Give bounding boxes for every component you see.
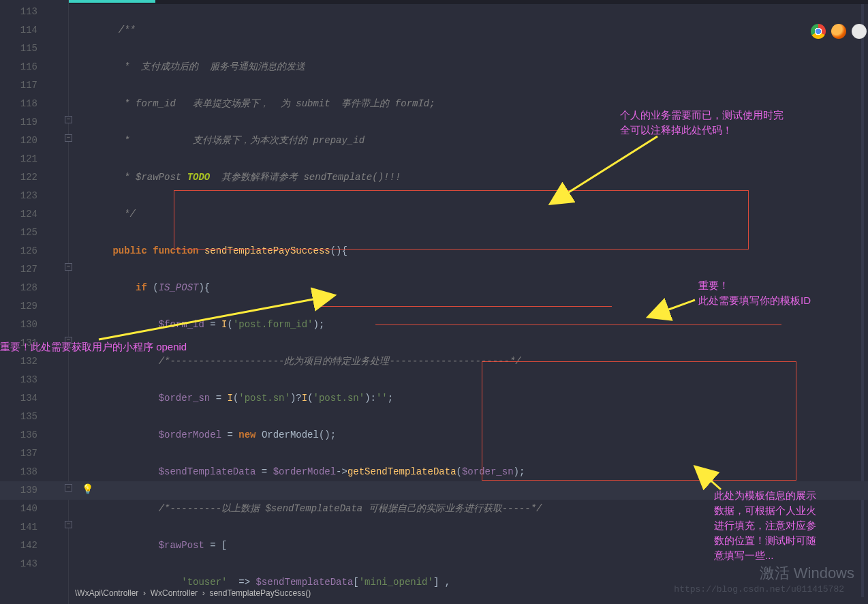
code-editor[interactable]: 113 114 115 116 117 118 119 120 121 122 … [0,0,868,604]
code-line[interactable]: /*---------以上数据 $sendTemplateData 可根据自己的… [78,500,571,518]
svg-line-1 [665,300,695,311]
line-number: 142 [0,537,37,555]
fold-marker[interactable]: − [65,521,72,528]
fold-column: − − − − − − [65,0,73,604]
code-line[interactable]: $orderModel = new OrderModel(); [78,426,571,444]
code-line[interactable]: * $rawPost TODO 其参数解释请参考 sendTemplate()!… [78,168,571,187]
scrollbar[interactable] [861,4,864,597]
annotation-underline [375,324,781,325]
line-number: 113 [0,3,37,21]
line-number: 116 [0,58,37,76]
code-line[interactable]: * 支付场景下，为本次支付的 prepay_id [78,132,571,150]
line-number: 131 [0,334,37,352]
fold-marker[interactable]: − [65,134,72,142]
annotation-text: 重要！此处需要填写你的模板ID [698,278,811,308]
annotation-text: 个人的业务需要而已，测试使用时完全可以注释掉此处代码！ [620,108,784,138]
line-number: 121 [0,150,37,168]
line-number: 115 [0,40,37,58]
code-line[interactable]: /*--------------------此为项目的特定业务处理-------… [78,352,571,371]
line-number: 129 [0,297,37,316]
code-line[interactable]: /** [78,21,571,40]
line-number: 143 [0,555,37,573]
breadcrumb-item[interactable]: sendTemplatePaySuccess() [209,588,311,598]
fold-marker[interactable]: − [65,263,72,271]
code-line[interactable]: $rawPost = [ [78,537,571,555]
code-line[interactable]: if (IS_POST){ [78,279,571,297]
line-number: 132 [0,352,37,371]
line-number: 120 [0,132,37,150]
breadcrumb-item[interactable]: WxController [151,588,198,598]
breadcrumb[interactable]: \WxApi\Controller › WxController › sendT… [75,584,311,603]
line-number: 128 [0,279,37,297]
annotation-underline [319,306,612,307]
breadcrumb-item[interactable]: \WxApi\Controller [75,588,138,598]
code-content[interactable]: /** * 支付成功后的 服务号通知消息的发送 * form_id 表单提交场景… [78,3,571,604]
line-number: 137 [0,444,37,463]
line-number: 125 [0,224,37,242]
line-number: 140 [0,500,37,518]
line-number: 136 [0,426,37,444]
line-number: 139 [0,481,37,500]
line-number: 138 [0,463,37,481]
line-number: 114 [0,21,37,40]
fold-marker[interactable]: − [65,116,72,123]
code-line[interactable]: $order_sn = I('post.sn')?I('post.sn'):''… [78,389,571,408]
intention-bulb-icon[interactable]: 💡 [82,481,93,499]
safari-icon[interactable] [852,24,867,39]
code-line[interactable]: * 支付成功后的 服务号通知消息的发送 [78,58,571,76]
line-number: 130 [0,316,37,334]
line-number: 127 [0,260,37,279]
fold-marker[interactable]: − [65,337,72,344]
line-number: 126 [0,242,37,260]
line-number: 118 [0,95,37,113]
windows-activation-watermark: 激活 Windows [760,564,854,582]
code-line[interactable]: * form_id 表单提交场景下， 为 submit 事件带上的 formId… [78,95,571,113]
line-number: 124 [0,205,37,224]
line-number: 117 [0,76,37,95]
code-line[interactable]: public function sendTemplatePaySuccess()… [78,242,571,260]
svg-line-0 [565,136,657,194]
code-line[interactable]: */ [78,205,571,224]
line-number: 133 [0,371,37,389]
line-number: 134 [0,389,37,408]
line-number: 135 [0,408,37,426]
line-number: 119 [0,113,37,132]
chrome-icon[interactable] [811,24,826,39]
code-line[interactable]: $sendTemplateData = $orderModel->getSend… [78,463,571,481]
source-url-watermark: https://blog.csdn.net/u011415782 [674,580,844,599]
firefox-icon[interactable] [831,24,846,39]
line-number: 141 [0,518,37,537]
fold-marker[interactable]: − [65,484,72,492]
browser-icons [811,24,867,39]
line-number: 122 [0,168,37,187]
line-number-gutter: 113 114 115 116 117 118 119 120 121 122 … [0,0,48,604]
line-number: 123 [0,187,37,205]
